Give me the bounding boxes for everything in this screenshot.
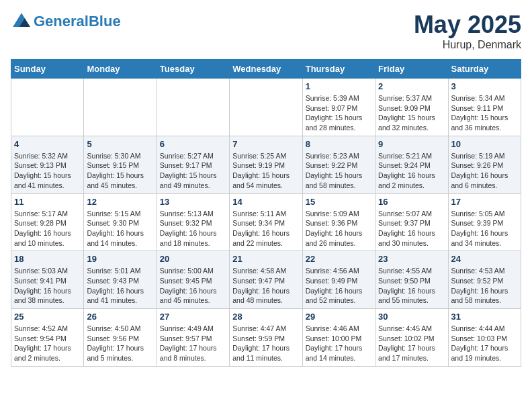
page-header: GeneralBlue May 2025 Hurup, Denmark xyxy=(11,11,521,51)
day-info-line: Daylight: 16 hours xyxy=(87,286,153,296)
day-info-line: Sunset: 9:30 PM xyxy=(87,218,153,228)
day-info-line: Daylight: 16 hours xyxy=(378,228,445,238)
day-info-line: Sunrise: 5:09 AM xyxy=(306,209,372,219)
day-info-line: Daylight: 16 hours xyxy=(451,286,518,296)
calendar-day-1: 1Sunrise: 5:39 AMSunset: 9:07 PMDaylight… xyxy=(302,79,375,136)
day-info-line: and 30 minutes. xyxy=(378,238,445,248)
day-info-line: and 36 minutes. xyxy=(451,123,518,133)
calendar-empty-cell xyxy=(84,79,157,136)
day-info-line: and 26 minutes. xyxy=(306,238,372,248)
calendar-day-20: 20Sunrise: 5:00 AMSunset: 9:45 PMDayligh… xyxy=(157,251,229,309)
day-info-line: Sunrise: 4:49 AM xyxy=(160,324,226,334)
day-info-line: Sunrise: 4:47 AM xyxy=(232,324,299,334)
calendar-week-row: 18Sunrise: 5:03 AMSunset: 9:41 PMDayligh… xyxy=(11,251,521,309)
calendar-day-12: 12Sunrise: 5:15 AMSunset: 9:30 PMDayligh… xyxy=(84,193,157,251)
day-info-line: Sunset: 9:07 PM xyxy=(306,103,372,113)
day-info-line: Sunset: 9:47 PM xyxy=(232,276,299,286)
day-number: 30 xyxy=(378,312,445,322)
day-info-line: and 2 minutes. xyxy=(378,181,445,191)
day-number: 25 xyxy=(14,312,81,322)
weekday-header-sunday: Sunday xyxy=(11,60,84,79)
day-info-line: Sunset: 9:09 PM xyxy=(378,103,445,113)
day-number: 28 xyxy=(232,312,299,322)
day-info-line: Daylight: 17 hours xyxy=(306,343,372,353)
day-info-line: Sunrise: 4:58 AM xyxy=(232,266,299,276)
day-info-line: and 45 minutes. xyxy=(160,295,226,306)
calendar-empty-cell xyxy=(11,79,84,136)
day-info-line: and 49 minutes. xyxy=(160,181,226,191)
day-info-line: and 45 minutes. xyxy=(87,181,153,191)
day-info-line: Sunset: 9:52 PM xyxy=(451,276,518,286)
day-info-line: Sunrise: 4:45 AM xyxy=(378,324,445,334)
day-info-line: Sunset: 9:54 PM xyxy=(14,334,81,344)
day-info-line: Daylight: 16 hours xyxy=(160,286,226,296)
calendar-day-30: 30Sunrise: 4:45 AMSunset: 10:02 PMDaylig… xyxy=(375,309,448,367)
calendar-day-21: 21Sunrise: 4:58 AMSunset: 9:47 PMDayligh… xyxy=(230,251,302,309)
day-info-line: Sunrise: 5:15 AM xyxy=(87,209,153,219)
day-number: 29 xyxy=(306,312,372,322)
day-info-line: and 8 minutes. xyxy=(160,353,226,363)
day-info-line: Daylight: 17 hours xyxy=(87,343,153,353)
day-info-line: Sunset: 9:34 PM xyxy=(232,218,299,228)
day-info-line: Daylight: 15 hours xyxy=(14,171,81,181)
calendar-day-29: 29Sunrise: 4:46 AMSunset: 10:00 PMDaylig… xyxy=(302,309,375,367)
day-info-line: Daylight: 16 hours xyxy=(14,228,81,238)
day-info-line: Sunrise: 5:17 AM xyxy=(14,209,81,219)
calendar-day-9: 9Sunrise: 5:21 AMSunset: 9:24 PMDaylight… xyxy=(375,136,448,193)
calendar-day-11: 11Sunrise: 5:17 AMSunset: 9:28 PMDayligh… xyxy=(11,193,84,251)
day-info-line: and 6 minutes. xyxy=(451,181,518,191)
day-info-line: Sunset: 9:24 PM xyxy=(378,161,445,171)
day-info-line: Sunset: 9:17 PM xyxy=(160,161,226,171)
day-info-line: Sunset: 9:37 PM xyxy=(378,218,445,228)
day-info-line: and 18 minutes. xyxy=(160,238,226,248)
day-info-line: and 17 minutes. xyxy=(378,353,445,363)
calendar-day-22: 22Sunrise: 4:56 AMSunset: 9:49 PMDayligh… xyxy=(302,251,375,309)
day-info-line: and 19 minutes. xyxy=(451,353,518,363)
calendar-day-17: 17Sunrise: 5:05 AMSunset: 9:39 PMDayligh… xyxy=(448,193,521,251)
day-info-line: Daylight: 16 hours xyxy=(451,171,518,181)
day-info-line: Sunset: 9:36 PM xyxy=(306,218,372,228)
day-number: 15 xyxy=(306,197,372,207)
day-info-line: Sunset: 9:32 PM xyxy=(160,218,226,228)
calendar-empty-cell xyxy=(230,79,302,136)
day-info-line: Daylight: 16 hours xyxy=(306,228,372,238)
day-info-line: Sunrise: 5:37 AM xyxy=(378,93,445,103)
day-number: 5 xyxy=(87,139,153,149)
day-info-line: and 54 minutes. xyxy=(232,181,299,191)
month-title: May 2025 xyxy=(414,11,521,39)
day-info-line: and 5 minutes. xyxy=(87,353,153,363)
day-info-line: and 58 minutes. xyxy=(451,295,518,306)
day-number: 1 xyxy=(306,81,372,91)
day-info-line: and 14 minutes. xyxy=(87,238,153,248)
calendar-day-7: 7Sunrise: 5:25 AMSunset: 9:19 PMDaylight… xyxy=(230,136,302,193)
day-info-line: Sunrise: 5:00 AM xyxy=(160,266,226,276)
day-info-line: Sunrise: 5:05 AM xyxy=(451,209,518,219)
location: Hurup, Denmark xyxy=(414,39,521,51)
day-info-line: Sunset: 9:22 PM xyxy=(306,161,372,171)
calendar-day-10: 10Sunrise: 5:19 AMSunset: 9:26 PMDayligh… xyxy=(448,136,521,193)
day-number: 19 xyxy=(87,254,153,264)
day-info-line: Sunrise: 5:03 AM xyxy=(14,266,81,276)
day-info-line: Sunset: 10:03 PM xyxy=(451,334,518,344)
day-info-line: Sunset: 9:11 PM xyxy=(451,103,518,113)
day-info-line: Sunset: 9:26 PM xyxy=(451,161,518,171)
day-number: 18 xyxy=(14,254,81,264)
day-info-line: Sunrise: 5:25 AM xyxy=(232,151,299,161)
day-info-line: and 32 minutes. xyxy=(378,123,445,133)
day-number: 16 xyxy=(378,197,445,207)
calendar-day-5: 5Sunrise: 5:30 AMSunset: 9:15 PMDaylight… xyxy=(84,136,157,193)
day-info-line: Daylight: 16 hours xyxy=(232,228,299,238)
logo-line2: Blue xyxy=(89,13,121,30)
title-block: May 2025 Hurup, Denmark xyxy=(414,11,521,51)
day-info-line: Daylight: 16 hours xyxy=(378,171,445,181)
day-info-line: Sunrise: 4:44 AM xyxy=(451,324,518,334)
calendar-week-row: 25Sunrise: 4:52 AMSunset: 9:54 PMDayligh… xyxy=(11,309,521,367)
day-number: 6 xyxy=(160,139,226,149)
day-info-line: Daylight: 15 hours xyxy=(378,113,445,123)
weekday-header-friday: Friday xyxy=(375,60,448,79)
calendar-day-31: 31Sunrise: 4:44 AMSunset: 10:03 PMDaylig… xyxy=(448,309,521,367)
day-number: 24 xyxy=(451,254,518,264)
calendar-day-19: 19Sunrise: 5:01 AMSunset: 9:43 PMDayligh… xyxy=(84,251,157,309)
day-info-line: Sunrise: 5:07 AM xyxy=(378,209,445,219)
day-info-line: Sunset: 10:02 PM xyxy=(378,334,445,344)
